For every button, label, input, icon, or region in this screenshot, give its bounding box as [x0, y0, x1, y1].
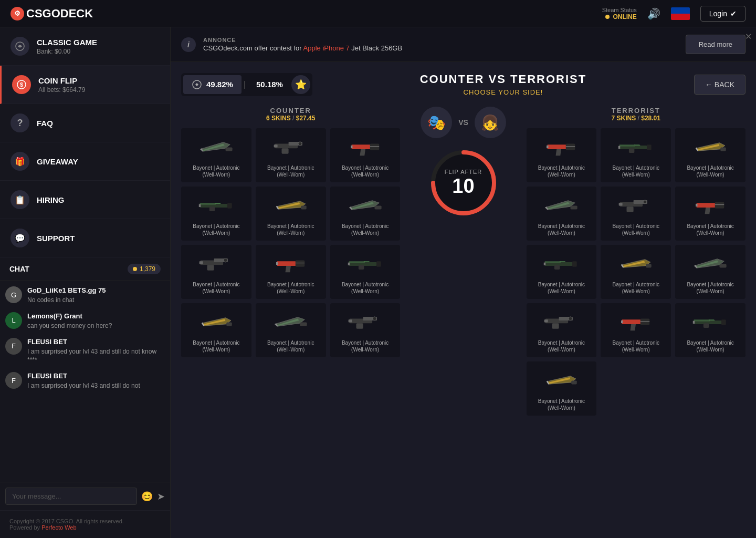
online-indicator: ONLINE	[602, 13, 637, 20]
giveaway-label: GIVEAWAY	[37, 157, 78, 166]
counter-skin-card[interactable]: Bayonet | Autotronic(Well-Worn)	[181, 303, 251, 357]
terrorist-skin-card[interactable]: Bayonet | Autotronic(Well-Worn)	[675, 128, 746, 182]
header-right: Steam Status ONLINE 🔊 Login ✔	[602, 6, 746, 22]
chat-input[interactable]	[5, 488, 137, 505]
game-title-area: COUNTER VS TERRORIST CHOOSE YOUR SIDE!	[420, 73, 586, 96]
skin-name: Bayonet | Autotronic(Well-Worn)	[679, 223, 741, 236]
counter-skins-number: 6 SKINS	[266, 115, 291, 122]
login-button[interactable]: Login ✔	[700, 6, 746, 22]
skin-name: Bayonet | Autotronic(Well-Worn)	[185, 223, 247, 236]
skin-image	[615, 132, 657, 161]
counter-skin-card[interactable]: Bayonet | Autotronic(Well-Worn)	[256, 245, 326, 299]
terrorist-skin-card[interactable]: Bayonet | Autotronic(Well-Worn)	[601, 245, 671, 299]
counter-skin-card[interactable]: Bayonet | Autotronic(Well-Worn)	[330, 128, 401, 182]
counter-skin-card[interactable]: Bayonet | Autotronic(Well-Worn)	[330, 303, 401, 357]
counter-skin-card[interactable]: Bayonet | Autotronic(Well-Worn)	[256, 303, 326, 357]
chat-count: 1,379	[128, 264, 161, 274]
counter-skin-card[interactable]: Bayonet | Autotronic(Well-Worn)	[181, 245, 251, 299]
close-announcement-icon[interactable]: ✕	[745, 32, 752, 42]
sidebar-item-giveaway[interactable]: 🎁 GIVEAWAY	[0, 142, 170, 181]
skin-image	[270, 132, 312, 161]
skin-image	[540, 191, 582, 220]
skin-image	[689, 249, 731, 278]
counter-skins-grid: Bayonet | Autotronic(Well-Worn) Bayonet …	[181, 128, 401, 357]
counter-pct: 49.82%	[206, 80, 233, 89]
perfecto-web-link[interactable]: Perfecto Web	[41, 524, 76, 531]
coin-flip-icon: $	[12, 75, 31, 94]
classic-game-icon	[10, 37, 29, 56]
terrorist-skin-card[interactable]: Bayonet | Autotronic(Well-Worn)	[601, 303, 671, 357]
terrorist-side-button[interactable]: 50.18%	[248, 76, 291, 93]
counter-side-button[interactable]: 49.82%	[183, 75, 242, 94]
counter-skins-count: 6 SKINS / $27.45	[181, 115, 401, 122]
counter-skin-card[interactable]: Bayonet | Autotronic(Well-Worn)	[256, 128, 326, 182]
chat-body-1: GoD_LiiKe1 BETS.gg 75 No codes in chat	[27, 286, 106, 305]
terrorist-skins-grid: Bayonet | Autotronic(Well-Worn) Bayonet …	[527, 128, 746, 416]
emoji-icon[interactable]: 😊	[141, 491, 153, 502]
terrorist-skin-card[interactable]: Bayonet | Autotronic(Well-Worn)	[675, 303, 746, 357]
terrorist-skin-card[interactable]: Bayonet | Autotronic(Well-Worn)	[527, 303, 597, 357]
svg-point-47	[643, 200, 647, 204]
skin-name: Bayonet | Autotronic(Well-Worn)	[605, 164, 667, 178]
counter-skin-card[interactable]: Bayonet | Autotronic(Well-Worn)	[181, 187, 251, 241]
skin-image	[615, 191, 657, 220]
skin-image	[344, 191, 386, 220]
terrorist-skin-card[interactable]: Bayonet | Autotronic(Well-Worn)	[675, 187, 746, 241]
svg-rect-13	[209, 206, 215, 211]
sidebar-item-coin-flip[interactable]: $ COIN FLIP All bets: $664.79	[0, 66, 170, 104]
sidebar-item-support[interactable]: 💬 SUPPORT	[0, 219, 170, 257]
skin-name: Bayonet | Autotronic(Well-Worn)	[260, 339, 322, 353]
terrorist-skin-card[interactable]: Bayonet | Autotronic(Well-Worn)	[601, 128, 671, 182]
counter-skin-card[interactable]: Bayonet | Autotronic(Well-Worn)	[256, 187, 326, 241]
counter-skin-card[interactable]: Bayonet | Autotronic(Well-Worn)	[330, 187, 401, 241]
terrorist-skin-card[interactable]: Bayonet | Autotronic(Well-Worn)	[527, 128, 597, 182]
svg-rect-10	[370, 143, 379, 150]
chat-body-2: Lemons(F) Grant can you send money on he…	[27, 312, 112, 330]
skin-name: Bayonet | Autotronic(Well-Worn)	[334, 223, 396, 236]
counter-skin-card[interactable]: Bayonet | Autotronic(Well-Worn)	[181, 128, 251, 182]
speaker-icon[interactable]: 🔊	[647, 7, 660, 20]
svg-rect-4	[225, 147, 232, 151]
logo-icon: ⚙	[10, 7, 24, 20]
read-more-button[interactable]: Read more	[686, 35, 746, 54]
svg-rect-22	[295, 260, 304, 266]
terrorist-player-avatar: 👧	[475, 107, 506, 138]
send-icon[interactable]: ➤	[157, 491, 165, 502]
terrorist-skin-card[interactable]: Bayonet | Autotronic(Well-Worn)	[601, 187, 671, 241]
terrorist-skin-card[interactable]: Bayonet | Autotronic(Well-Worn)	[527, 245, 597, 299]
announcement-bar: i ANNONCE CSGOdeck.com offer contest for…	[171, 27, 756, 62]
svg-rect-25	[358, 265, 364, 270]
back-button[interactable]: ← BACK	[694, 75, 746, 95]
terrorist-skins-number: 7 SKINS	[612, 115, 636, 122]
russia-flag[interactable]	[671, 7, 690, 20]
star-button[interactable]: ⭐	[291, 75, 310, 94]
skin-image	[615, 307, 657, 336]
skin-image	[344, 249, 386, 278]
svg-point-33	[373, 317, 376, 320]
skin-name: Bayonet | Autotronic(Well-Worn)	[679, 164, 741, 178]
svg-point-59	[569, 317, 572, 320]
chat-text-4: I am surprised your lvl 43 and still do …	[27, 381, 140, 390]
classic-game-title: CLASSIC GAME	[37, 38, 97, 47]
counter-value: $27.45	[296, 115, 316, 122]
svg-rect-31	[356, 323, 363, 329]
terrorist-skin-card[interactable]: Bayonet | Autotronic(Well-Worn)	[527, 361, 597, 416]
svg-rect-42	[571, 205, 578, 209]
chat-avatar-3: F	[5, 338, 22, 355]
side-selector: 49.82% | 50.18% ⭐	[181, 73, 312, 96]
chat-title: CHAT	[9, 265, 29, 273]
announcement-text: CSGOdeck.com offer contest for Apple iPh…	[203, 44, 402, 52]
top-header: ⚙ CSGODECK Steam Status ONLINE 🔊 Login ✔	[0, 0, 756, 27]
svg-rect-50	[545, 261, 561, 263]
terrorist-skin-card[interactable]: Bayonet | Autotronic(Well-Worn)	[675, 245, 746, 299]
game-main: COUNTER 6 SKINS / $27.45 Bayonet | Autot…	[181, 107, 746, 416]
terrorist-skin-card[interactable]: Bayonet | Autotronic(Well-Worn)	[527, 187, 597, 241]
sidebar-item-hiring[interactable]: 📋 HIRING	[0, 181, 170, 219]
sidebar-item-classic-game[interactable]: CLASSIC GAME Bank: $0.00	[0, 27, 170, 66]
vs-label: VS	[458, 118, 468, 127]
svg-rect-41	[720, 147, 726, 151]
skin-image	[540, 366, 582, 395]
sidebar-item-faq[interactable]: ? FAQ	[0, 104, 170, 142]
counter-skin-card[interactable]: Bayonet | Autotronic(Well-Worn)	[330, 245, 401, 299]
skin-name: Bayonet | Autotronic(Well-Worn)	[679, 339, 741, 353]
